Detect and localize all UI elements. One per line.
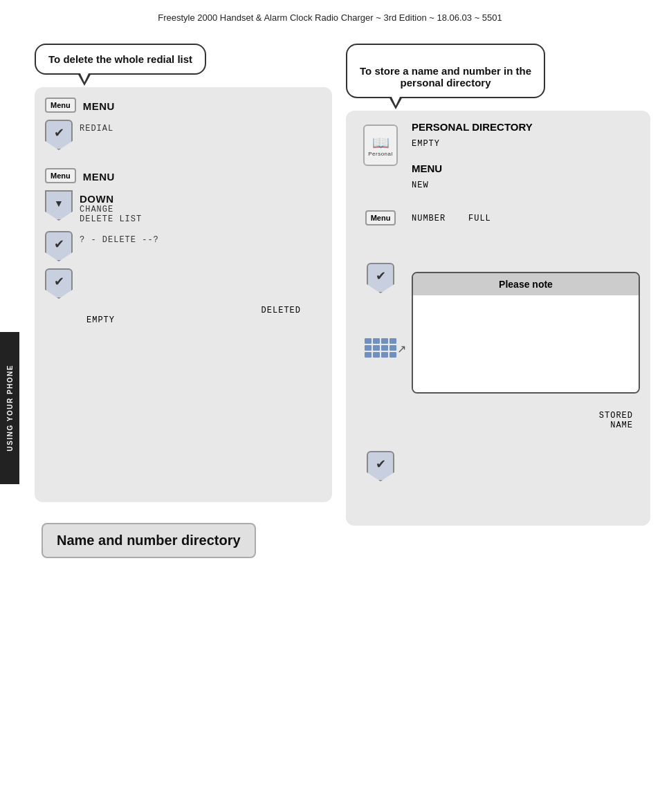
note-box: Please note [412,272,640,394]
right-panel-box: 📖 Personal Menu ✔ [346,111,650,526]
note-body [413,295,639,392]
step-row: ▼ DOWN CHANGE DELETE LIST [45,190,322,224]
right-bubble: To store a name and number in the person… [346,44,545,98]
check-button-3[interactable]: ✔ [45,268,73,299]
number-full-row: NUMBER FULL [412,211,640,223]
side-tab-label: USING YOUR PHONE [6,365,14,452]
check-button-1[interactable]: ✔ [45,120,73,150]
check-button-2[interactable]: ✔ [45,231,73,261]
keyboard-icon: ↗ [363,331,398,365]
page-header: Freestyle 2000 Handset & Alarm Clock Rad… [0,0,660,30]
note-header: Please note [413,273,639,295]
side-tab: USING YOUR PHONE [0,332,19,484]
step-row: Menu MENU [45,168,322,183]
menu-button-1[interactable]: Menu [45,98,76,113]
step-row: ✔ REDIAL [45,120,322,150]
right-text-col: PERSONAL DIRECTORY EMPTY MENU NEW NUMBER [405,121,640,481]
step-row: Menu MENU [45,98,322,113]
down-button[interactable]: ▼ [45,190,73,221]
left-panel-box: Menu MENU ✔ REDIAL Menu MENU [35,87,332,502]
right-panel: To store a name and number in the person… [339,37,657,572]
new-label: NEW [412,178,640,190]
stored-name-block: STORED NAME [412,411,640,430]
left-bubble: To delete the whole redial list [35,44,206,75]
check-button-right-2[interactable]: ✔ [367,451,394,481]
main-content: To delete the whole redial list Menu MEN… [21,37,660,572]
menu-label: MENU [412,163,640,175]
right-col-inner: 📖 Personal Menu ✔ [356,121,640,481]
step-row: ✔ ? - DELETE --? [45,231,322,261]
section-heading: Name and number directory [42,523,256,558]
personal-icon: 📖 Personal [363,124,398,166]
right-icons-col: 📖 Personal Menu ✔ [356,121,405,481]
menu-button-2[interactable]: Menu [45,168,76,183]
step-row: ✔ [45,268,322,299]
check-button-right-1[interactable]: ✔ [367,263,394,293]
left-panel: To delete the whole redial list Menu MEN… [21,37,339,572]
empty-text: EMPTY [412,136,640,149]
result-block: DELETED EMPTY [45,306,322,325]
personal-directory-heading: PERSONAL DIRECTORY [412,121,640,133]
menu-button-right-1[interactable]: Menu [365,210,396,225]
